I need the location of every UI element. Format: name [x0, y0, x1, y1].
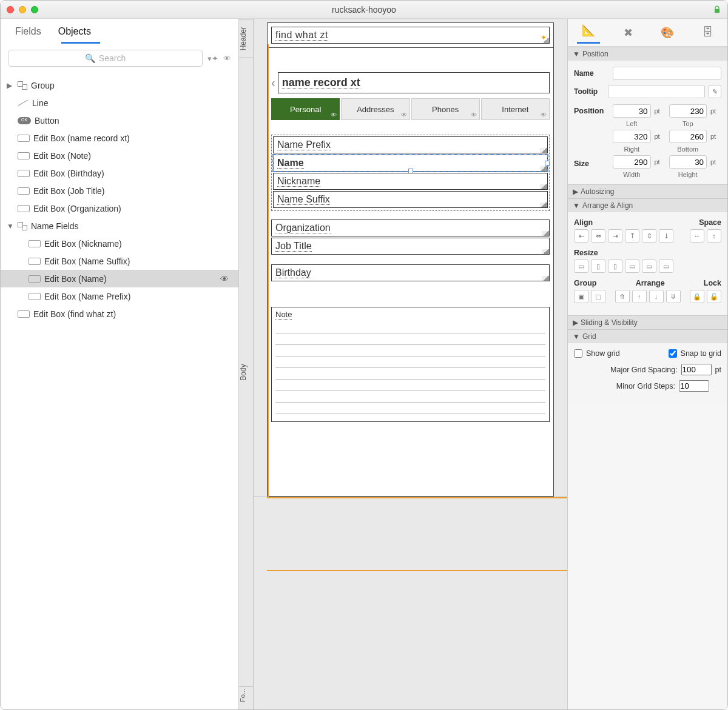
tab-objects[interactable]: Objects [58, 26, 91, 37]
align-center-h-button[interactable]: ⇔ [591, 229, 605, 243]
pos-top-input[interactable] [669, 104, 707, 118]
resize-handle-icon[interactable] [540, 203, 547, 207]
unlock-button[interactable]: 🔓 [707, 290, 721, 303]
back-chevron-icon[interactable]: ‹ [271, 76, 275, 90]
inspector-tab-tools[interactable]: ✖︎ [619, 24, 638, 42]
resize-handle-icon[interactable] [540, 148, 547, 153]
size-width-input[interactable] [613, 155, 651, 169]
minor-grid-input[interactable] [679, 380, 709, 392]
resize-handle-icon[interactable] [542, 231, 549, 236]
tree-item[interactable]: Button [1, 112, 238, 129]
field-birthday[interactable]: Birthday [271, 264, 550, 281]
tree-item-label: Edit Box (find what zt) [33, 309, 116, 319]
inspector-tab-appearance[interactable]: 🎨 [656, 24, 679, 42]
body-part[interactable]: ‹ name record xt Personal👁Addresses👁Phon… [267, 48, 554, 497]
record-title-field[interactable]: name record xt [278, 72, 550, 93]
tree-item[interactable]: Edit Box (Name Prefix) [1, 287, 238, 305]
inspector-panel: 📐 ✖︎ 🎨 🗄 ▼ Position Name Tooltip✎ Positi… [567, 19, 727, 709]
sidebar-search[interactable]: 🔍Search [8, 50, 203, 67]
resize-handle-icon[interactable] [542, 276, 549, 281]
page[interactable]: find what zt ✦ ‹ name record xt Personal… [254, 19, 567, 709]
name-input[interactable] [613, 67, 721, 80]
tree-item[interactable]: Edit Box (Job Title) [1, 182, 238, 199]
visibility-toggle-icon[interactable]: 👁 [223, 54, 231, 63]
show-grid-checkbox[interactable]: Show grid [574, 349, 620, 358]
rail-footer[interactable]: Fo... [239, 686, 253, 709]
tree-item-label: Edit Box (Birthday) [33, 169, 104, 178]
search-input[interactable] [8, 50, 203, 67]
filter-icon[interactable]: ▾✦ [207, 54, 218, 63]
rail-body[interactable]: Body [239, 58, 253, 686]
major-grid-input[interactable] [681, 364, 712, 375]
header-search-field[interactable]: find what zt ✦ [271, 27, 550, 44]
tree-item[interactable]: Edit Box (Organization) [1, 199, 238, 217]
tree-item-label: Edit Box (Name) [44, 274, 107, 284]
name-field[interactable]: Name [273, 155, 548, 172]
tree-item[interactable]: Line [1, 94, 238, 112]
tree-item[interactable]: ▼Name Fields [1, 217, 238, 235]
rail-header[interactable]: Header [239, 19, 253, 58]
lock-button[interactable]: 🔒 [690, 290, 704, 303]
space-h-button[interactable]: ↔ [690, 229, 704, 243]
disclosure-icon[interactable]: ▶ [7, 81, 14, 90]
tree-item-label: Edit Box (Job Title) [33, 186, 105, 196]
align-center-v-button[interactable]: ⇕ [642, 229, 656, 243]
visibility-icon[interactable]: 👁 [220, 274, 231, 284]
section-grid-header[interactable]: ▼ Grid [568, 330, 727, 343]
record-tabstrip: Personal👁Addresses👁Phones👁Internet👁 [271, 98, 550, 120]
layout-field[interactable]: Organization [271, 219, 550, 236]
space-v-button[interactable]: ↕ [707, 229, 721, 243]
bring-front-button[interactable]: ⤊ [615, 290, 630, 303]
section-position-header[interactable]: ▼ Position [568, 47, 727, 61]
pos-left-input[interactable] [613, 104, 651, 118]
edit-tooltip-button[interactable]: ✎ [709, 85, 721, 98]
pos-right-input[interactable] [613, 130, 651, 143]
tree-item[interactable]: Edit Box (Nickname) [1, 235, 238, 252]
pos-bottom-input[interactable] [669, 130, 707, 143]
layout-field[interactable]: Job Title [271, 238, 550, 255]
name-field[interactable]: Name Suffix [273, 191, 548, 208]
name-field[interactable]: Name Prefix [273, 136, 548, 153]
tab-fields[interactable]: Fields [15, 26, 41, 37]
tree-item[interactable]: Edit Box (Name)👁 [1, 270, 238, 287]
lock-icon [713, 5, 721, 14]
resize-handle-icon[interactable] [540, 184, 547, 189]
snap-grid-checkbox[interactable]: Snap to grid [669, 349, 721, 358]
tree-item[interactable]: Edit Box (find what zt) [1, 305, 238, 323]
bring-forward-button[interactable]: ↑ [632, 290, 647, 303]
header-part[interactable]: find what zt ✦ [267, 22, 554, 48]
section-autosizing-header[interactable]: ▶ Autosizing [568, 185, 727, 198]
group-button[interactable]: ▣ [574, 290, 588, 303]
ungroup-button[interactable]: ▢ [591, 290, 605, 303]
tooltip-input[interactable] [608, 85, 705, 98]
tree-item[interactable]: Edit Box (Birthday) [1, 164, 238, 182]
align-right-button[interactable]: ⇥ [608, 229, 622, 243]
name-field[interactable]: Nickname [273, 173, 548, 190]
disclosure-icon[interactable]: ▼ [7, 222, 14, 230]
tree-item[interactable]: Edit Box (name record xt) [1, 129, 238, 147]
inspector-tab-data[interactable]: 🗄 [698, 24, 718, 41]
inspector-tab-position[interactable]: 📐 [577, 21, 600, 44]
resize-handle-icon[interactable] [540, 166, 547, 171]
send-back-button[interactable]: ⤋ [666, 290, 681, 303]
tree-item[interactable]: Edit Box (Note) [1, 147, 238, 164]
name-fields-group[interactable]: Name PrefixNameNicknameName Suffix [271, 135, 550, 211]
send-backward-button[interactable]: ↓ [649, 290, 664, 303]
resize-handle-icon[interactable] [542, 249, 549, 254]
tree-item[interactable]: Edit Box (Name Suffix) [1, 252, 238, 270]
align-top-button[interactable]: ⤒ [625, 229, 639, 243]
tree-item[interactable]: ▶Group [1, 76, 238, 94]
align-bottom-button[interactable]: ⤓ [659, 229, 673, 243]
section-sliding-header[interactable]: ▶ Sliding & Visibility [568, 316, 727, 329]
record-tab[interactable]: Phones👁 [411, 98, 480, 120]
box-icon [18, 205, 30, 212]
section-arrange-header[interactable]: ▼ Arrange & Align [568, 199, 727, 212]
align-left-button[interactable]: ⇤ [574, 229, 588, 243]
record-tab[interactable]: Addresses👁 [341, 98, 410, 120]
footer-part[interactable] [254, 497, 567, 678]
record-tab[interactable]: Internet👁 [481, 98, 550, 120]
record-tab[interactable]: Personal👁 [271, 98, 340, 120]
selection-knob[interactable] [545, 161, 550, 166]
field-note[interactable]: Note [271, 307, 550, 422]
size-height-input[interactable] [669, 155, 707, 169]
